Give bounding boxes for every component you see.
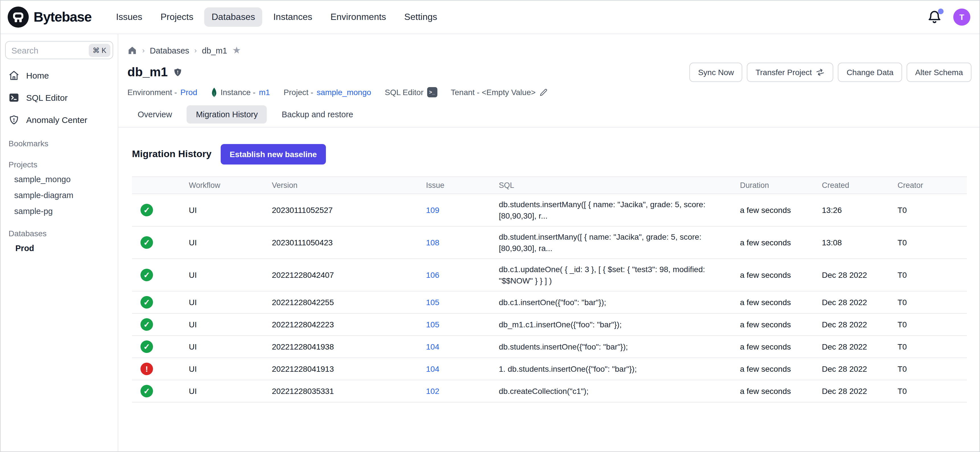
title-row: db_m1 Sync Now bbox=[127, 62, 972, 82]
sidebar-project-sample-mongo[interactable]: sample_mongo bbox=[5, 171, 113, 187]
bookmark-star-icon[interactable]: ★ bbox=[232, 46, 241, 55]
shield-icon bbox=[8, 114, 19, 125]
app-window: Bytebase Issues Projects Databases Insta… bbox=[0, 0, 980, 452]
version-cell: 20221228042407 bbox=[272, 266, 426, 284]
success-check-icon bbox=[140, 269, 153, 281]
nav-item-issues[interactable]: Issues bbox=[109, 7, 150, 27]
creator-cell: T0 bbox=[897, 233, 967, 252]
main-nav: Issues Projects Databases Instances Envi… bbox=[109, 7, 444, 27]
issue-link[interactable]: 106 bbox=[426, 270, 439, 280]
table-row[interactable]: UI 20221228041913 104 1. db.students.ins… bbox=[132, 358, 967, 380]
duration-cell: a few seconds bbox=[740, 201, 822, 219]
version-cell: 20230111050423 bbox=[272, 233, 426, 252]
sync-now-button[interactable]: Sync Now bbox=[690, 62, 743, 82]
search-input[interactable] bbox=[11, 45, 85, 55]
sidebar: ⌘ K Home bbox=[0, 34, 118, 452]
terminal-icon bbox=[8, 92, 19, 103]
table-row[interactable]: UI 20221228042223 105 db_m1.c1.insertOne… bbox=[132, 314, 967, 336]
chevron-right-icon: › bbox=[142, 46, 145, 55]
duration-cell: a few seconds bbox=[740, 338, 822, 356]
success-check-icon bbox=[140, 385, 153, 397]
database-meta-row: Environment - Prod Instance - m1 bbox=[127, 87, 972, 97]
success-check-icon bbox=[140, 204, 153, 216]
bytebase-logo[interactable]: Bytebase bbox=[7, 6, 92, 28]
success-check-icon bbox=[140, 340, 153, 353]
establish-baseline-button[interactable]: Establish new baseline bbox=[221, 144, 326, 165]
creator-cell: T0 bbox=[897, 201, 967, 219]
nav-item-databases[interactable]: Databases bbox=[204, 7, 262, 27]
bytebase-logo-icon bbox=[7, 6, 29, 28]
version-cell: 20221228042255 bbox=[272, 293, 426, 311]
nav-item-instances[interactable]: Instances bbox=[266, 7, 320, 27]
sidebar-item-label: SQL Editor bbox=[26, 93, 68, 102]
environment-link[interactable]: Prod bbox=[180, 88, 197, 97]
created-cell: Dec 28 2022 bbox=[822, 382, 897, 400]
table-row[interactable]: UI 20221228041938 104 db.students.insert… bbox=[132, 336, 967, 358]
workflow-cell: UI bbox=[189, 201, 272, 219]
sidebar-item-home[interactable]: Home bbox=[5, 66, 113, 85]
user-avatar[interactable]: T bbox=[953, 8, 970, 26]
breadcrumb: › Databases › db_m1 ★ bbox=[127, 46, 972, 55]
breadcrumb-databases[interactable]: Databases bbox=[150, 46, 189, 55]
sql-cell: db.students.insertOne({"foo": "bar"}); bbox=[499, 337, 740, 357]
issue-link[interactable]: 108 bbox=[426, 238, 439, 247]
alter-schema-button[interactable]: Alter Schema bbox=[907, 62, 972, 82]
project-link[interactable]: sample_mongo bbox=[317, 88, 371, 97]
column-header-workflow: Workflow bbox=[189, 177, 272, 193]
breadcrumb-db-m1[interactable]: db_m1 bbox=[202, 46, 227, 55]
table-row[interactable]: UI 20221228042255 105 db.c1.insertOne({"… bbox=[132, 291, 967, 314]
workflow-cell: UI bbox=[189, 382, 272, 400]
nav-item-projects[interactable]: Projects bbox=[153, 7, 201, 27]
migration-history-title: Migration History bbox=[132, 149, 212, 160]
sql-cell: db.students.insertMany([ { name: "Jacika… bbox=[499, 194, 740, 226]
page-title: db_m1 bbox=[127, 65, 168, 80]
issue-link[interactable]: 104 bbox=[426, 342, 439, 351]
table-row[interactable]: UI 20230111050423 108 db.student.insertM… bbox=[132, 227, 967, 259]
table-row[interactable]: UI 20221228035331 102 db.createCollectio… bbox=[132, 380, 967, 402]
tab-migration-history[interactable]: Migration History bbox=[187, 105, 267, 123]
issue-link[interactable]: 109 bbox=[426, 206, 439, 215]
table-row[interactable]: UI 20221228042407 106 db.c1.updateOne( {… bbox=[132, 259, 967, 291]
sidebar-project-sample-diagram[interactable]: sample-diagram bbox=[5, 187, 113, 203]
topbar-right: T bbox=[927, 8, 970, 26]
meta-environment: Environment - Prod bbox=[127, 88, 197, 97]
sidebar-item-sql-editor[interactable]: SQL Editor bbox=[5, 88, 113, 107]
sidebar-project-sample-pg[interactable]: sample-pg bbox=[5, 203, 113, 219]
table-row[interactable]: UI 20230111052527 109 db.students.insert… bbox=[132, 194, 967, 227]
sidebar-section-databases: Databases bbox=[5, 224, 113, 240]
transfer-project-button[interactable]: Transfer Project bbox=[747, 62, 834, 82]
error-exclamation-icon bbox=[140, 363, 153, 375]
sidebar-database-prod[interactable]: Prod bbox=[5, 240, 113, 256]
issue-link[interactable]: 105 bbox=[426, 320, 439, 329]
sql-editor-terminal-icon[interactable]: >_ bbox=[427, 87, 437, 97]
issue-link[interactable]: 104 bbox=[426, 364, 439, 374]
issue-link[interactable]: 105 bbox=[426, 298, 439, 307]
sidebar-item-label: Home bbox=[26, 70, 49, 80]
search-shortcut-badge: ⌘ K bbox=[88, 43, 110, 57]
sidebar-section-bookmarks: Bookmarks bbox=[5, 134, 113, 150]
sidebar-item-anomaly-center[interactable]: Anomaly Center bbox=[5, 110, 113, 129]
change-data-button[interactable]: Change Data bbox=[838, 62, 902, 82]
sidebar-item-label: Anomaly Center bbox=[26, 115, 87, 125]
creator-cell: T0 bbox=[897, 293, 967, 311]
issue-link[interactable]: 102 bbox=[426, 387, 439, 396]
table-body: UI 20230111052527 109 db.students.insert… bbox=[132, 194, 967, 402]
creator-cell: T0 bbox=[897, 338, 967, 356]
migration-table: Workflow Version Issue SQL Duration Crea… bbox=[132, 176, 967, 402]
notification-bell-icon[interactable] bbox=[927, 10, 942, 24]
chevron-right-icon: › bbox=[194, 46, 197, 55]
tab-backup-and-restore[interactable]: Backup and restore bbox=[272, 105, 362, 123]
column-header-issue: Issue bbox=[426, 177, 499, 193]
edit-pencil-icon[interactable] bbox=[539, 88, 547, 96]
nav-item-settings[interactable]: Settings bbox=[397, 7, 445, 27]
transfer-arrows-icon bbox=[815, 67, 826, 78]
nav-item-environments[interactable]: Environments bbox=[323, 7, 394, 27]
protected-shield-icon bbox=[173, 67, 183, 77]
version-cell: 20221228042223 bbox=[272, 315, 426, 334]
tab-overview[interactable]: Overview bbox=[129, 105, 181, 123]
breadcrumb-home-icon[interactable] bbox=[127, 46, 137, 55]
instance-link[interactable]: m1 bbox=[259, 88, 270, 97]
created-cell: Dec 28 2022 bbox=[822, 360, 897, 378]
creator-cell: T0 bbox=[897, 266, 967, 284]
workflow-cell: UI bbox=[189, 233, 272, 252]
